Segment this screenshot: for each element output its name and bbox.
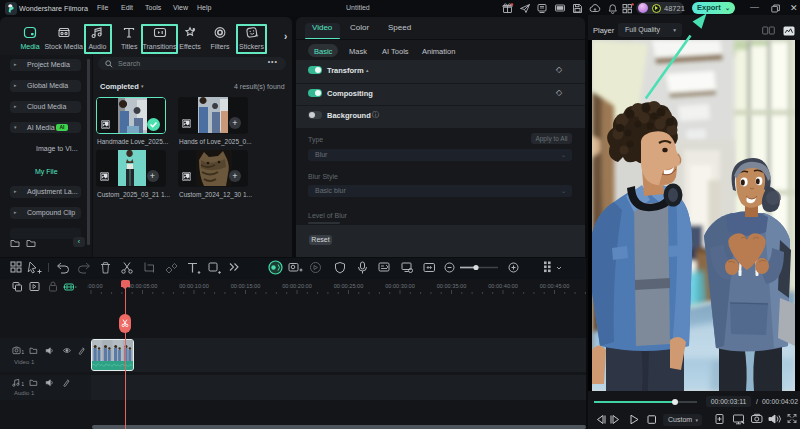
svg-text:00:00:35:00: 00:00:35:00 (437, 283, 467, 289)
svg-text:1: 1 (21, 350, 24, 355)
svg-text:00:00:20:00: 00:00:20:00 (282, 283, 312, 289)
svg-text:00:00:25:00: 00:00:25:00 (334, 283, 364, 289)
svg-text:00:00:45:00: 00:00:45:00 (540, 283, 570, 289)
svg-text:00:00:30:00: 00:00:30:00 (385, 283, 415, 289)
svg-text:00:00:40:00: 00:00:40:00 (488, 283, 518, 289)
svg-text:00:00:10:00: 00:00:10:00 (179, 283, 209, 289)
svg-text:1: 1 (21, 382, 24, 387)
svg-text::00:00: :00:00 (87, 283, 103, 289)
svg-text:00:00:15:00: 00:00:15:00 (231, 283, 261, 289)
svg-text:00:00:05:00: 00:00:05:00 (128, 283, 158, 289)
